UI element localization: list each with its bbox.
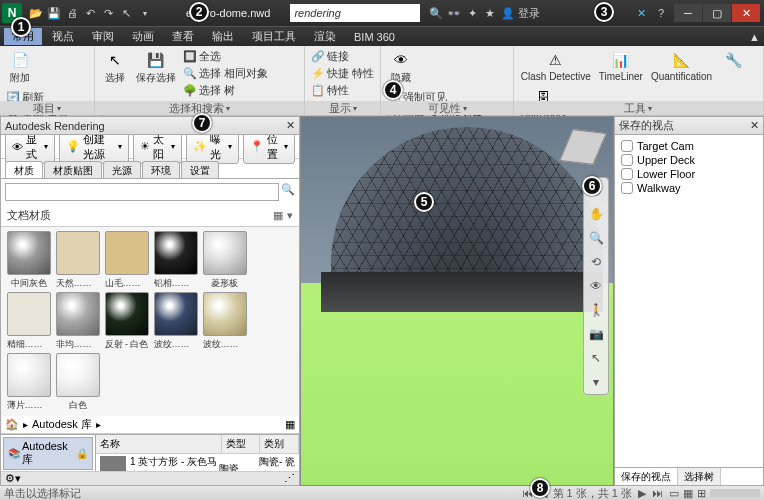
library-header[interactable]: 📚 Autodesk 库 🔒: [3, 437, 93, 470]
select-icon[interactable]: ↖: [118, 5, 134, 21]
pan-icon[interactable]: ✋: [586, 204, 606, 224]
material-item[interactable]: 反射 - 白色: [103, 292, 150, 351]
menu-审阅[interactable]: 审阅: [84, 28, 122, 45]
menu-BIM 360[interactable]: BIM 360: [346, 30, 403, 44]
more-icon[interactable]: ▾: [586, 372, 606, 392]
material-item[interactable]: 波纹…绿色: [201, 292, 248, 351]
home-icon[interactable]: 🏠: [5, 418, 19, 431]
ribbon-btn-全选[interactable]: 🔲全选: [181, 48, 270, 65]
help-icon[interactable]: ?: [653, 5, 669, 21]
list-view-icon[interactable]: ▦: [273, 209, 283, 222]
column-header[interactable]: 类别: [260, 435, 299, 453]
save-icon[interactable]: 💾: [46, 5, 62, 21]
tab-设置[interactable]: 设置: [181, 161, 219, 178]
star-icon[interactable]: ★: [482, 5, 498, 21]
viewpoint-item[interactable]: Walkway: [619, 181, 759, 195]
ribbon-btn-快捷 特性[interactable]: ⚡快捷 特性: [309, 65, 376, 82]
view-mode-icon[interactable]: ⊞: [697, 487, 706, 500]
ribbon-btn-选择 树[interactable]: 🌳选择 树: [181, 82, 270, 99]
camera-icon[interactable]: 📷: [586, 324, 606, 344]
tab-环境[interactable]: 环境: [142, 161, 180, 178]
quick-access-toolbar: 📂 💾 🖨 ↶ ↷ ↖: [24, 5, 156, 21]
ribbon-btn-选择 相同对象[interactable]: 🔍选择 相同对象: [181, 65, 270, 82]
menu-动画[interactable]: 动画: [124, 28, 162, 45]
resize-grip-icon[interactable]: ⋰: [284, 472, 295, 485]
tab-材质[interactable]: 材质: [5, 161, 43, 178]
next-page-icon[interactable]: ▶: [636, 487, 648, 500]
menu-渲染[interactable]: 渲染: [306, 28, 344, 45]
walk-icon[interactable]: 🚶: [586, 300, 606, 320]
exchange-icon[interactable]: ✕: [633, 5, 649, 21]
menu-项目工具[interactable]: 项目工具: [244, 28, 304, 45]
material-item[interactable]: 波纹…蓝色: [152, 292, 199, 351]
maximize-button[interactable]: ▢: [703, 4, 731, 22]
ribbon-btn-[interactable]: 🔧: [717, 48, 749, 73]
user-icon[interactable]: 👤: [500, 5, 516, 21]
ribbon-btn-链接[interactable]: 🔗链接: [309, 48, 376, 65]
viewpoint-item[interactable]: Upper Deck: [619, 153, 759, 167]
material-item[interactable]: 中间灰色: [5, 231, 52, 290]
close-button[interactable]: ✕: [732, 4, 760, 22]
close-icon[interactable]: ✕: [286, 119, 295, 132]
manage-icon[interactable]: ⚙▾: [5, 472, 21, 485]
zoom-icon[interactable]: 🔍: [586, 228, 606, 248]
search-input[interactable]: rendering: [290, 4, 420, 22]
close-icon[interactable]: ✕: [750, 119, 759, 132]
login-label[interactable]: 登录: [518, 6, 540, 21]
material-item[interactable]: 山毛…米灰: [103, 231, 150, 290]
view-mode-icon[interactable]: ▭: [669, 487, 679, 500]
ribbon-btn-Clash Detective[interactable]: ⚠Clash Detective: [518, 48, 594, 84]
menu-输出[interactable]: 输出: [204, 28, 242, 45]
undo-icon[interactable]: ↶: [82, 5, 98, 21]
orbit-icon[interactable]: ⟲: [586, 252, 606, 272]
qat-dropdown[interactable]: [136, 5, 152, 21]
material-item[interactable]: 非均…灰色: [54, 292, 101, 351]
tab-材质贴图[interactable]: 材质贴图: [44, 161, 102, 178]
ribbon-btn-保存选择[interactable]: 💾保存选择: [133, 48, 179, 87]
binoculars-icon[interactable]: 👓: [446, 5, 462, 21]
key-icon[interactable]: ✦: [464, 5, 480, 21]
material-search[interactable]: [5, 183, 279, 201]
column-header[interactable]: 名称: [96, 435, 222, 453]
collapse-ribbon-icon[interactable]: ▲: [749, 31, 760, 43]
material-item[interactable]: 薄片…米色: [5, 353, 52, 412]
last-page-icon[interactable]: ⏭: [650, 487, 665, 499]
tab-光源[interactable]: 光源: [103, 161, 141, 178]
viewpoint-item[interactable]: Lower Floor: [619, 167, 759, 181]
search-icon[interactable]: 🔍: [281, 183, 295, 201]
menu-视点[interactable]: 视点: [44, 28, 82, 45]
menu-查看[interactable]: 查看: [164, 28, 202, 45]
column-header[interactable]: 类型: [222, 435, 261, 453]
print-icon[interactable]: 🖨: [64, 5, 80, 21]
open-icon[interactable]: 📂: [28, 5, 44, 21]
view-mode-icon[interactable]: ▦: [683, 487, 693, 500]
3d-viewport[interactable]: ◎ ✋ 🔍 ⟲ 👁 🚶 📷 ↖ ▾: [300, 116, 614, 486]
library-list: 名称类型类别 1 英寸方形 - 灰色马赛克陶瓷陶瓷- 瓷砖1 英寸方形 - 蓝色…: [96, 435, 299, 471]
ribbon-btn-Quantification[interactable]: 📐Quantification: [648, 48, 715, 84]
view-cube[interactable]: [559, 123, 607, 171]
viewpoint-item[interactable]: Target Cam: [619, 139, 759, 153]
select-icon[interactable]: ↖: [586, 348, 606, 368]
saved-viewpoints-panel: 保存的视点 ✕ Target CamUpper DeckLower FloorW…: [614, 116, 764, 486]
ribbon-btn-选择[interactable]: ↖选择: [99, 48, 131, 87]
material-item[interactable]: 铝相…色阳: [152, 231, 199, 290]
search-icon[interactable]: 🔍: [428, 5, 444, 21]
sort-icon[interactable]: ▾: [287, 209, 293, 222]
list-view-icon[interactable]: ▦: [285, 418, 295, 430]
material-item[interactable]: 天然…装饰: [54, 231, 101, 290]
redo-icon[interactable]: ↷: [100, 5, 116, 21]
ribbon-btn-附加[interactable]: 📄附加: [4, 48, 36, 87]
material-item[interactable]: 精细…白色: [5, 292, 52, 351]
material-item[interactable]: 白色: [54, 353, 101, 412]
ribbon-btn-TimeLiner[interactable]: 📊TimeLiner: [596, 48, 646, 84]
tab-保存的视点[interactable]: 保存的视点: [615, 468, 678, 485]
look-icon[interactable]: 👁: [586, 276, 606, 296]
tab-选择树[interactable]: 选择树: [678, 468, 721, 485]
navigation-bar: ◎ ✋ 🔍 ⟲ 👁 🚶 📷 ↖ ▾: [583, 177, 609, 395]
minimize-button[interactable]: ─: [674, 4, 702, 22]
crumb-item[interactable]: Autodesk 库: [32, 417, 92, 432]
ribbon-btn-特性[interactable]: 📋特性: [309, 82, 376, 99]
material-item[interactable]: 菱形板: [201, 231, 248, 290]
library-row[interactable]: 1 英寸方形 - 灰色马赛克陶瓷陶瓷- 瓷砖: [96, 454, 299, 471]
status-bar: 单击以选择标记 ⏮ ◀ 第 1 张，共 1 张 ▶ ⏭ ▭ ▦ ⊞: [0, 486, 764, 500]
